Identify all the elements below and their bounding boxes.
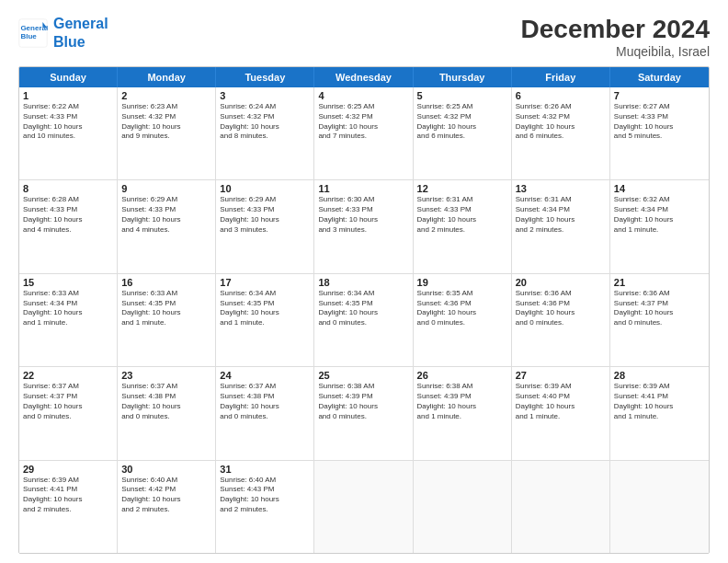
day-number: 1 [23, 90, 113, 101]
calendar-cell-6: 6Sunrise: 6:26 AM Sunset: 4:32 PM Daylig… [512, 87, 610, 179]
calendar-cell-11: 11Sunrise: 6:30 AM Sunset: 4:33 PM Dayli… [314, 180, 413, 272]
day-number: 13 [516, 183, 606, 194]
header-day-sunday: Sunday [19, 67, 118, 87]
title-block: December 2024 Muqeibila, Israel [521, 15, 710, 59]
day-number: 16 [121, 277, 211, 288]
calendar-cell-empty-4-5 [512, 461, 610, 553]
calendar-cell-8: 8Sunrise: 6:28 AM Sunset: 4:33 PM Daylig… [19, 180, 118, 272]
cell-text: Sunrise: 6:23 AM Sunset: 4:32 PM Dayligh… [121, 102, 211, 142]
calendar-cell-22: 22Sunrise: 6:37 AM Sunset: 4:37 PM Dayli… [19, 367, 118, 459]
subtitle: Muqeibila, Israel [521, 44, 710, 59]
day-number: 28 [614, 370, 705, 381]
header-day-saturday: Saturday [610, 67, 709, 87]
day-number: 4 [318, 90, 408, 101]
page: General Blue GeneralBlue December 2024 M… [0, 0, 728, 563]
calendar-cell-18: 18Sunrise: 6:34 AM Sunset: 4:35 PM Dayli… [314, 274, 413, 366]
day-number: 8 [23, 183, 113, 194]
day-number: 30 [121, 464, 211, 475]
calendar-row-4: 22Sunrise: 6:37 AM Sunset: 4:37 PM Dayli… [19, 367, 709, 460]
logo: General Blue GeneralBlue [18, 15, 108, 52]
calendar: SundayMondayTuesdayWednesdayThursdayFrid… [18, 66, 710, 554]
calendar-cell-17: 17Sunrise: 6:34 AM Sunset: 4:35 PM Dayli… [216, 274, 314, 366]
header-day-monday: Monday [118, 67, 216, 87]
day-number: 24 [220, 370, 310, 381]
cell-text: Sunrise: 6:35 AM Sunset: 4:36 PM Dayligh… [417, 289, 507, 328]
logo-text: GeneralBlue [53, 15, 108, 52]
cell-text: Sunrise: 6:28 AM Sunset: 4:33 PM Dayligh… [23, 195, 113, 235]
calendar-cell-19: 19Sunrise: 6:35 AM Sunset: 4:36 PM Dayli… [414, 274, 512, 366]
day-number: 25 [318, 370, 408, 381]
cell-text: Sunrise: 6:36 AM Sunset: 4:37 PM Dayligh… [614, 289, 705, 328]
day-number: 6 [516, 90, 606, 101]
day-number: 3 [220, 90, 310, 101]
day-number: 15 [23, 277, 113, 288]
day-number: 18 [318, 277, 408, 288]
calendar-cell-21: 21Sunrise: 6:36 AM Sunset: 4:37 PM Dayli… [610, 274, 709, 366]
calendar-cell-12: 12Sunrise: 6:31 AM Sunset: 4:33 PM Dayli… [414, 180, 512, 272]
cell-text: Sunrise: 6:34 AM Sunset: 4:35 PM Dayligh… [318, 289, 408, 328]
calendar-cell-empty-4-3 [314, 461, 413, 553]
cell-text: Sunrise: 6:36 AM Sunset: 4:36 PM Dayligh… [516, 289, 606, 328]
cell-text: Sunrise: 6:25 AM Sunset: 4:32 PM Dayligh… [417, 102, 507, 142]
day-number: 19 [417, 277, 507, 288]
cell-text: Sunrise: 6:37 AM Sunset: 4:37 PM Dayligh… [23, 382, 113, 421]
day-number: 23 [121, 370, 211, 381]
logo-icon: General Blue [18, 18, 48, 48]
cell-text: Sunrise: 6:39 AM Sunset: 4:40 PM Dayligh… [516, 382, 606, 421]
calendar-cell-14: 14Sunrise: 6:32 AM Sunset: 4:34 PM Dayli… [610, 180, 709, 272]
calendar-cell-3: 3Sunrise: 6:24 AM Sunset: 4:32 PM Daylig… [216, 87, 314, 179]
calendar-cell-25: 25Sunrise: 6:38 AM Sunset: 4:39 PM Dayli… [314, 367, 413, 459]
day-number: 20 [516, 277, 606, 288]
cell-text: Sunrise: 6:38 AM Sunset: 4:39 PM Dayligh… [417, 382, 507, 421]
cell-text: Sunrise: 6:37 AM Sunset: 4:38 PM Dayligh… [121, 382, 211, 421]
header-day-tuesday: Tuesday [216, 67, 314, 87]
svg-text:Blue: Blue [20, 32, 37, 40]
calendar-cell-31: 31Sunrise: 6:40 AM Sunset: 4:43 PM Dayli… [216, 461, 314, 553]
cell-text: Sunrise: 6:40 AM Sunset: 4:43 PM Dayligh… [220, 476, 310, 515]
calendar-cell-9: 9Sunrise: 6:29 AM Sunset: 4:33 PM Daylig… [118, 180, 216, 272]
calendar-cell-20: 20Sunrise: 6:36 AM Sunset: 4:36 PM Dayli… [512, 274, 610, 366]
day-number: 14 [614, 183, 705, 194]
calendar-cell-empty-4-6 [610, 461, 709, 553]
cell-text: Sunrise: 6:34 AM Sunset: 4:35 PM Dayligh… [220, 289, 310, 328]
day-number: 9 [121, 183, 211, 194]
cell-text: Sunrise: 6:33 AM Sunset: 4:35 PM Dayligh… [121, 289, 211, 328]
day-number: 22 [23, 370, 113, 381]
header-day-thursday: Thursday [414, 67, 512, 87]
day-number: 7 [614, 90, 705, 101]
day-number: 11 [318, 183, 408, 194]
cell-text: Sunrise: 6:26 AM Sunset: 4:32 PM Dayligh… [516, 102, 606, 142]
calendar-cell-30: 30Sunrise: 6:40 AM Sunset: 4:42 PM Dayli… [118, 461, 216, 553]
day-number: 27 [516, 370, 606, 381]
calendar-row-5: 29Sunrise: 6:39 AM Sunset: 4:41 PM Dayli… [19, 461, 709, 553]
header-day-wednesday: Wednesday [314, 67, 413, 87]
calendar-row-2: 8Sunrise: 6:28 AM Sunset: 4:33 PM Daylig… [19, 180, 709, 273]
calendar-cell-4: 4Sunrise: 6:25 AM Sunset: 4:32 PM Daylig… [314, 87, 413, 179]
calendar-cell-23: 23Sunrise: 6:37 AM Sunset: 4:38 PM Dayli… [118, 367, 216, 459]
cell-text: Sunrise: 6:22 AM Sunset: 4:33 PM Dayligh… [23, 102, 113, 142]
calendar-cell-24: 24Sunrise: 6:37 AM Sunset: 4:38 PM Dayli… [216, 367, 314, 459]
day-number: 12 [417, 183, 507, 194]
calendar-cell-29: 29Sunrise: 6:39 AM Sunset: 4:41 PM Dayli… [19, 461, 118, 553]
calendar-cell-15: 15Sunrise: 6:33 AM Sunset: 4:34 PM Dayli… [19, 274, 118, 366]
calendar-row-3: 15Sunrise: 6:33 AM Sunset: 4:34 PM Dayli… [19, 274, 709, 367]
calendar-cell-empty-4-4 [414, 461, 512, 553]
cell-text: Sunrise: 6:31 AM Sunset: 4:33 PM Dayligh… [417, 195, 507, 235]
calendar-cell-27: 27Sunrise: 6:39 AM Sunset: 4:40 PM Dayli… [512, 367, 610, 459]
day-number: 10 [220, 183, 310, 194]
cell-text: Sunrise: 6:39 AM Sunset: 4:41 PM Dayligh… [614, 382, 705, 421]
calendar-cell-1: 1Sunrise: 6:22 AM Sunset: 4:33 PM Daylig… [19, 87, 118, 179]
cell-text: Sunrise: 6:32 AM Sunset: 4:34 PM Dayligh… [614, 195, 705, 235]
cell-text: Sunrise: 6:27 AM Sunset: 4:33 PM Dayligh… [614, 102, 705, 142]
cell-text: Sunrise: 6:31 AM Sunset: 4:34 PM Dayligh… [516, 195, 606, 235]
cell-text: Sunrise: 6:40 AM Sunset: 4:42 PM Dayligh… [121, 476, 211, 515]
day-number: 26 [417, 370, 507, 381]
cell-text: Sunrise: 6:37 AM Sunset: 4:38 PM Dayligh… [220, 382, 310, 421]
calendar-cell-16: 16Sunrise: 6:33 AM Sunset: 4:35 PM Dayli… [118, 274, 216, 366]
cell-text: Sunrise: 6:29 AM Sunset: 4:33 PM Dayligh… [121, 195, 211, 235]
day-number: 2 [121, 90, 211, 101]
calendar-cell-10: 10Sunrise: 6:29 AM Sunset: 4:33 PM Dayli… [216, 180, 314, 272]
cell-text: Sunrise: 6:30 AM Sunset: 4:33 PM Dayligh… [318, 195, 408, 235]
day-number: 5 [417, 90, 507, 101]
main-title: December 2024 [521, 15, 710, 44]
